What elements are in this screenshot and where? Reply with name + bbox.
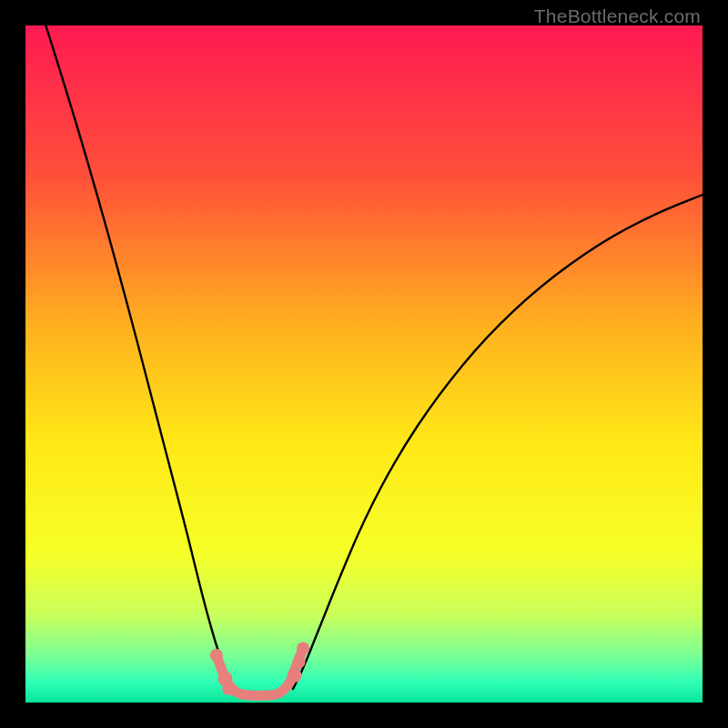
valley-marker bbox=[287, 668, 301, 682]
left-branch-curve bbox=[46, 25, 232, 689]
valley-marker bbox=[222, 682, 235, 695]
valley-marker bbox=[210, 649, 223, 662]
watermark-label: TheBottleneck.com bbox=[534, 5, 701, 27]
plot-area bbox=[25, 25, 703, 703]
right-branch-curve bbox=[293, 195, 703, 689]
valley-marker bbox=[297, 642, 309, 655]
chart-frame: TheBottleneck.com bbox=[0, 0, 728, 728]
valley-marker bbox=[293, 655, 306, 668]
curve-layer bbox=[25, 25, 703, 703]
